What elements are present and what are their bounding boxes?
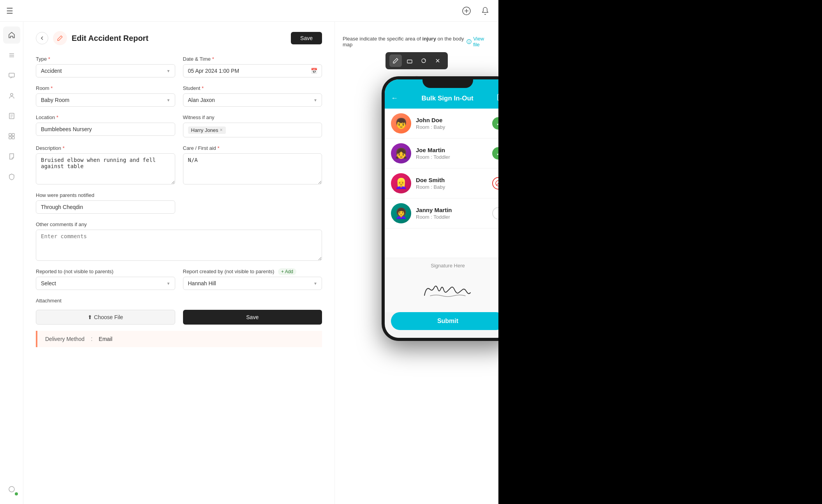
svg-rect-21 [407,60,412,63]
sidebar-item-active[interactable] [3,481,20,498]
view-file-link[interactable]: View file [466,36,491,47]
active-dot [15,492,18,495]
comments-textarea[interactable] [36,230,322,261]
notifications-button[interactable] [478,4,492,18]
svg-rect-15 [9,137,11,139]
phone-person-list: 👦 John Doe Room : Baby ✓ [385,109,498,258]
reported-to-label: Reported to (not visible to parents) [36,269,175,274]
status-blocked-icon[interactable] [492,177,498,190]
close-tool[interactable] [431,54,444,67]
reported-to-select-wrapper: Select [36,277,175,290]
report-created-select[interactable]: Hannah Hill [183,277,322,290]
sidebar-item-list[interactable] [3,47,20,64]
datetime-input[interactable] [183,64,322,77]
avatar: 👩‍🦱 [391,203,411,223]
status-empty-icon[interactable] [492,207,498,220]
sidebar [0,0,23,504]
pen-tool[interactable] [389,54,402,67]
type-field-group: Type * Accident [36,56,175,77]
list-item[interactable]: 👦 John Doe Room : Baby ✓ [385,109,498,139]
location-input[interactable] [36,123,175,136]
witness-tag-remove[interactable]: × [220,127,223,133]
notified-label: How were parents notified [36,192,175,198]
reported-to-group: Reported to (not visible to parents) Sel… [36,269,175,290]
care-field-group: Care / First aid * N/A [183,145,322,184]
list-item[interactable]: 👧 Joe Martin Room : Toddler ✓ [385,139,498,169]
sidebar-item-shield[interactable] [3,168,20,185]
phone-submit-button[interactable]: Submit [391,312,498,330]
phone-check-icon [497,93,498,103]
page-header: Edit Accident Report Save [36,31,322,45]
header-right [459,4,492,18]
avatar: 👱‍♀️ [391,173,411,193]
report-created-label: Report created by (not visible to parent… [183,269,322,274]
reported-row: Reported to (not visible to parents) Sel… [36,269,322,290]
sidebar-item-chat[interactable] [3,67,20,84]
room-select-wrapper: Baby Room [36,93,175,107]
person-name: John Doe [416,117,488,123]
phone-notch [422,76,473,88]
datetime-label: Date & Time * [183,56,322,62]
svg-point-17 [9,486,14,492]
notified-input[interactable] [36,200,175,214]
report-created-group: Report created by (not visible to parent… [183,269,322,290]
form-right-panel: Please indicate the specific area of inj… [335,22,498,504]
student-select[interactable]: Alan Jaxon [183,93,322,107]
location-witness-row: Location * Witness if any Harry Jones × [36,114,322,137]
comments-label: Other comments if any [36,221,322,227]
svg-marker-22 [424,60,426,61]
status-checked-icon[interactable]: ✓ [492,117,498,130]
form-left-panel: Edit Accident Report Save Type * Acciden… [23,22,335,504]
sidebar-item-reports[interactable] [3,107,20,125]
calendar-icon: 📅 [311,68,317,74]
sidebar-item-notes[interactable] [3,148,20,165]
add-badge[interactable]: + Add [278,268,296,275]
save-top-button[interactable]: Save [291,32,322,44]
location-label: Location * [36,114,175,120]
type-date-row: Type * Accident Date & Time * [36,56,322,77]
datetime-input-wrapper: 📅 [183,64,322,77]
form-area: Edit Accident Report Save Type * Acciden… [23,22,498,504]
witness-tag-input[interactable]: Harry Jones × [183,123,322,137]
description-textarea[interactable]: Bruised elbow when running and fell agai… [36,153,175,184]
reported-to-select[interactable]: Select [36,277,175,290]
svg-rect-16 [12,137,14,139]
bodymap-header: Please indicate the specific area of inj… [343,36,491,47]
choose-file-button[interactable]: ⬆ Choose File [36,310,175,325]
room-label: Room * [36,85,175,91]
svg-line-34 [496,181,499,186]
type-select-wrapper: Accident [36,64,175,77]
person-info: Doe Smith Room : Baby [416,177,488,190]
type-select[interactable]: Accident [36,64,175,77]
avatar: 👧 [391,143,411,163]
phone-back-button[interactable]: ← [391,94,398,102]
hamburger-menu[interactable]: ☰ [6,6,13,16]
add-button[interactable] [459,4,473,18]
svg-rect-7 [9,73,14,77]
status-checked-icon[interactable]: ✓ [492,147,498,160]
sidebar-item-users[interactable] [3,87,20,104]
sidebar-item-grid[interactable] [3,128,20,145]
save-bottom-button[interactable]: Save [183,310,322,325]
person-room: Room : Baby [416,124,488,130]
student-field-group: Student * Alan Jaxon [183,85,322,107]
delivery-bar: Delivery Method : Email [36,331,322,347]
comments-field-group: Other comments if any [36,221,322,261]
witness-tag: Harry Jones × [188,126,226,134]
person-name: Joe Martin [416,147,488,153]
back-button[interactable] [36,32,48,44]
bodymap-title: Please indicate the specific area of inj… [343,36,466,47]
attachment-label: Attachment [36,298,322,304]
signature-section: Signature Here [385,258,498,312]
room-select[interactable]: Baby Room [36,93,175,107]
sidebar-item-home[interactable] [3,26,20,44]
svg-point-19 [469,40,470,41]
eraser-tool[interactable] [403,54,416,67]
header-left: ☰ [6,6,13,16]
care-textarea[interactable]: N/A [183,153,322,184]
list-item[interactable]: 👱‍♀️ Doe Smith Room : Baby [385,169,498,198]
reset-tool[interactable] [417,54,430,67]
list-item[interactable]: 👩‍🦱 Janny Martin Room : Toddler [385,198,498,228]
signature-svg [417,278,479,301]
svg-rect-32 [498,94,498,100]
